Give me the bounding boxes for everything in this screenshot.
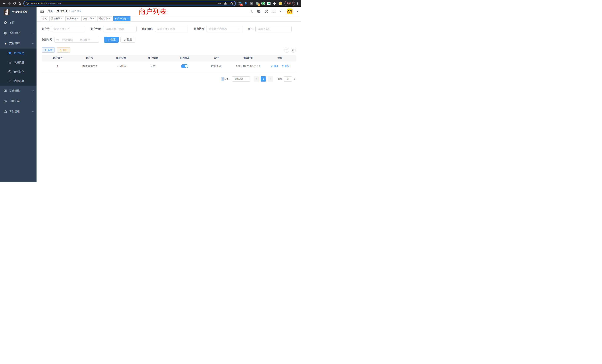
reload-button[interactable] xyxy=(12,1,17,6)
tab-process-form[interactable]: 流程表单 × xyxy=(50,16,64,21)
end-date-input[interactable] xyxy=(78,38,92,41)
url-bar[interactable]: localhost:1024/pay/merchant xyxy=(23,1,236,6)
user-avatar[interactable] xyxy=(287,9,292,14)
tab-close-icon[interactable]: × xyxy=(109,17,110,20)
search-form-row-2: 创建时间 - 搜索 xyxy=(42,37,296,43)
merchant-no-input[interactable] xyxy=(52,26,85,32)
share-icon[interactable] xyxy=(224,2,227,5)
pay-submenu: 商户信息 应用信息 ¥ 支付订单 xyxy=(0,49,36,86)
site-info-icon[interactable] xyxy=(26,2,29,5)
goto-page-input[interactable] xyxy=(284,76,292,82)
back-button[interactable] xyxy=(1,1,7,6)
tab-close-icon[interactable]: × xyxy=(77,17,79,20)
sidebar-item-dev-tools[interactable]: 研发工具 xyxy=(0,96,36,106)
fullscreen-icon[interactable] xyxy=(272,10,276,13)
tab-pay-order[interactable]: 支付订单 × xyxy=(81,16,96,21)
tab-home[interactable]: 首页 xyxy=(41,16,48,21)
sidebar-item-infrastructure[interactable]: 基础设施 xyxy=(0,86,36,96)
tab-refund-order[interactable]: 退款订单 × xyxy=(97,16,112,21)
page-size-select[interactable]: 10条/页 xyxy=(232,76,250,82)
create-time-range-picker[interactable]: - xyxy=(54,37,99,43)
breadcrumb-pay[interactable]: 支付管理 xyxy=(57,10,67,13)
toggle-search-button[interactable] xyxy=(284,48,289,53)
home-button[interactable] xyxy=(17,1,22,6)
edit-link[interactable]: 修改 xyxy=(270,64,278,68)
refresh-table-button[interactable] xyxy=(291,48,296,53)
sidebar-item-home[interactable]: 首页 xyxy=(0,17,36,28)
edit-icon xyxy=(270,65,273,67)
breadcrumb-home[interactable]: 首页 xyxy=(48,10,53,13)
search-button[interactable]: 搜索 xyxy=(104,37,119,43)
status-toggle[interactable] xyxy=(181,64,188,68)
sidebar-item-app-info[interactable]: 应用信息 xyxy=(0,58,36,67)
help-icon[interactable]: ? xyxy=(265,10,268,13)
forward-button[interactable] xyxy=(7,1,12,6)
sidebar-item-pay-order[interactable]: ¥ 支付订单 xyxy=(0,67,36,76)
export-button[interactable]: 导出 xyxy=(57,47,70,53)
browser-menu-button[interactable] xyxy=(296,1,298,5)
chevron-right-icon xyxy=(269,78,271,80)
sidebar-item-label: 商户信息 xyxy=(14,52,24,55)
edit-label: 修改 xyxy=(273,64,278,68)
extension-command-icon[interactable]: ⌘ xyxy=(249,1,254,5)
update-menu-dots-icon xyxy=(292,2,293,4)
search-icon[interactable] xyxy=(249,10,253,13)
status-select[interactable]: 请选择开启状态 xyxy=(206,26,242,32)
tab-merchant-info[interactable]: 商户信息 × xyxy=(113,16,130,21)
extension-grid-icon[interactable]: 10 xyxy=(238,1,242,5)
tab-close-icon[interactable]: × xyxy=(93,17,95,20)
sidebar-toggle-button[interactable] xyxy=(39,8,45,14)
remark-input[interactable] xyxy=(255,26,291,32)
extension-chat-icon[interactable] xyxy=(267,1,271,5)
page-number-1[interactable]: 1 xyxy=(261,76,266,82)
sidebar-item-pay[interactable]: ¥ 支付管理 xyxy=(0,38,36,49)
extension-vue-icon[interactable]: y xyxy=(261,1,265,5)
green-y-icon: y xyxy=(261,1,265,5)
page-content: 商户号 商户全称 商户简称 开启状态 请选择开启状态 xyxy=(36,21,301,182)
chat-kite-icon xyxy=(267,2,271,5)
prev-page-button[interactable] xyxy=(254,76,259,82)
add-button[interactable]: 新增 xyxy=(42,47,55,53)
sidebar-item-label: 研发工具 xyxy=(9,99,20,103)
password-key-icon[interactable] xyxy=(217,2,221,5)
font-size-icon[interactable]: TT xyxy=(280,10,283,13)
merchant-short-input[interactable] xyxy=(155,26,188,32)
select-placeholder: 请选择开启状态 xyxy=(209,27,227,31)
reset-button[interactable]: 重置 xyxy=(120,37,135,43)
cell-merchant-name: 芋道源码 xyxy=(105,61,137,71)
tab-user-group[interactable]: 用户分组 × xyxy=(65,16,80,21)
sidebar-item-system[interactable]: 系统管理 xyxy=(0,28,36,38)
sidebar-item-label: 首页 xyxy=(9,21,14,24)
tab-close-icon[interactable]: × xyxy=(127,17,129,20)
tab-close-icon[interactable]: × xyxy=(61,17,63,20)
extensions-puzzle-icon[interactable] xyxy=(272,1,277,5)
github-icon[interactable] xyxy=(257,10,261,13)
chevron-down-icon xyxy=(32,100,34,102)
extension-notification-icon[interactable]: 1 xyxy=(255,1,259,5)
sidebar-item-refund-order[interactable]: 退款订单 xyxy=(0,76,36,86)
notification-badge: 1 xyxy=(258,3,260,6)
search-form-row-1: 商户号 商户全称 商户简称 开启状态 请选择开启状态 xyxy=(42,26,296,32)
plus-icon xyxy=(44,49,46,51)
sidebar-item-merchant-info[interactable]: 商户信息 xyxy=(0,49,36,58)
delete-link[interactable]: 删除 xyxy=(281,64,289,68)
sidebar-logo[interactable]: 芋道管理系统 xyxy=(0,7,36,17)
caret-down-icon[interactable] xyxy=(297,11,298,12)
navbar-actions: ? TT xyxy=(249,9,298,14)
trash-icon xyxy=(281,65,284,67)
browser-update-button[interactable]: 更新 xyxy=(284,1,295,6)
start-date-input[interactable] xyxy=(60,38,75,41)
refresh-icon xyxy=(123,39,126,41)
sidebar-item-workflow[interactable]: 工作流程 xyxy=(0,106,36,117)
next-page-button[interactable] xyxy=(268,76,273,82)
bookmark-star-icon[interactable] xyxy=(230,2,233,5)
goto-label: 前往 xyxy=(278,77,282,81)
col-merchant-no: 商户号 xyxy=(73,55,105,61)
merchant-name-input[interactable] xyxy=(103,26,137,32)
profile-avatar[interactable] xyxy=(278,1,282,5)
extension-gem-icon[interactable] xyxy=(244,1,248,5)
reset-button-label: 重置 xyxy=(127,38,132,41)
goto-suffix: 页 xyxy=(293,77,296,81)
field-label: 创建时间 xyxy=(42,38,52,41)
rabbit-logo-icon xyxy=(4,9,10,15)
